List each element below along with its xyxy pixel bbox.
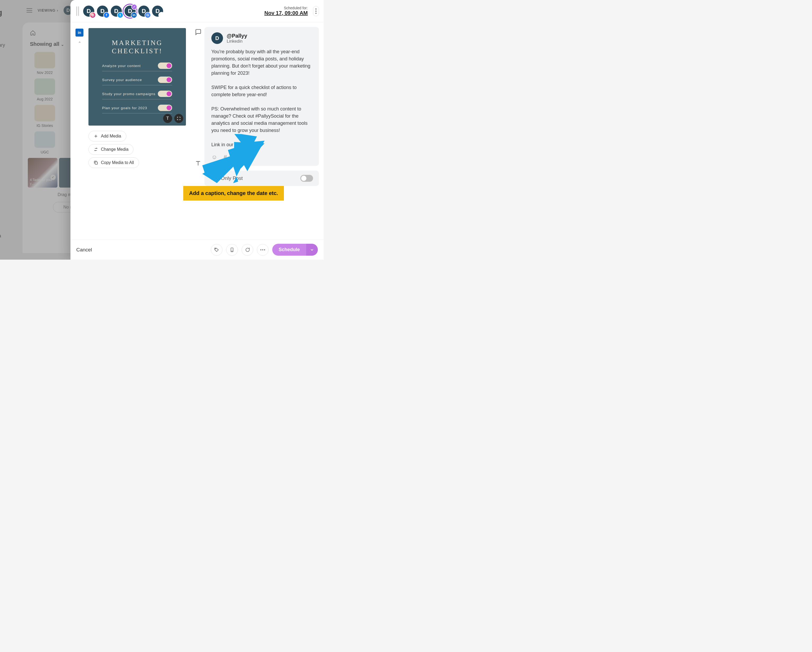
checklist-toggle xyxy=(158,63,172,69)
account-handle: @Pallyy xyxy=(227,33,247,39)
account-facebook[interactable]: Df xyxy=(96,5,109,18)
home-icon xyxy=(30,30,36,36)
schedule-button[interactable]: Schedule xyxy=(272,244,318,256)
facebook-icon: f xyxy=(103,12,110,18)
account-instagram[interactable]: D◎ xyxy=(82,5,95,18)
twitter-icon: t xyxy=(117,12,124,18)
checklist-row: Study your promo campaigns xyxy=(102,91,172,99)
compose-modal: D◎DfDtD✓inDGD♪ Scheduled for: Nov 17, 09… xyxy=(70,0,324,260)
media-thumbnail: ✓ 4 Tasks for your y… xyxy=(28,158,58,188)
hamburger-icon xyxy=(26,8,32,12)
checklist-row: Survey your audience xyxy=(102,76,172,85)
library-folder: Aug 2022 xyxy=(29,78,61,101)
bg-page-title-fragment: g xyxy=(0,8,2,17)
modal-footer: Cancel Schedule xyxy=(70,240,324,260)
folder-label: Nov 2022 xyxy=(29,70,61,75)
account-twitter[interactable]: Dt xyxy=(110,5,123,18)
svg-point-3 xyxy=(232,251,232,252)
copy-media-button[interactable]: Copy Media to All xyxy=(89,157,139,168)
checklist-text: Survey your audience xyxy=(102,78,142,82)
more-menu-button[interactable] xyxy=(313,6,319,16)
change-media-button[interactable]: Change Media xyxy=(89,144,133,155)
linkedin-indicator-icon[interactable]: in xyxy=(75,29,84,37)
account-linkedin[interactable]: D✓in xyxy=(124,5,137,18)
more-button[interactable] xyxy=(257,244,269,256)
checklist-toggle xyxy=(158,76,172,83)
add-media-button[interactable]: Add Media xyxy=(89,131,126,142)
fullscreen-button[interactable] xyxy=(174,114,183,123)
checklist-toggle xyxy=(158,105,172,111)
avatar: D xyxy=(211,32,223,44)
folder-label: Aug 2022 xyxy=(29,97,61,101)
svg-rect-0 xyxy=(95,162,98,164)
scheduled-datetime[interactable]: Nov 17, 09:00 AM xyxy=(264,10,308,16)
bg-clipped-text-1: ary xyxy=(0,43,5,48)
library-folder: IG Stories xyxy=(29,105,61,128)
linkedin-icon: in xyxy=(131,12,137,18)
annotation-arrow xyxy=(202,134,266,187)
checklist-text: Plan your goals for 2023 xyxy=(102,106,147,110)
folder-label: UGC xyxy=(29,150,61,154)
svg-marker-6 xyxy=(202,140,264,183)
svg-point-1 xyxy=(215,248,216,249)
chat-button[interactable] xyxy=(241,244,253,256)
scheduled-block[interactable]: Scheduled for: Nov 17, 09:00 AM xyxy=(264,6,308,16)
library-folder: UGC xyxy=(29,131,61,154)
comment-icon[interactable] xyxy=(195,29,201,35)
check-icon: ✓ xyxy=(50,174,56,180)
thumb-caption: 4 Tasks for your y… xyxy=(30,178,58,185)
mobile-preview-button[interactable] xyxy=(226,244,238,256)
scheduled-label: Scheduled for: xyxy=(264,6,308,10)
media-title-line2: CHECKLIST! xyxy=(112,47,163,55)
tiktok-icon: ♪ xyxy=(159,12,165,18)
checklist-row: Plan your goals for 2023 xyxy=(102,105,172,113)
cancel-button[interactable]: Cancel xyxy=(76,247,92,253)
folder-icon xyxy=(34,78,55,95)
network-label: Linkedin xyxy=(227,39,247,44)
viewing-label: VIEWING › xyxy=(38,8,58,12)
checklist-text: Analyze your content xyxy=(102,64,141,68)
checklist-toggle xyxy=(158,91,172,97)
library-folder: Nov 2022 xyxy=(29,52,61,75)
folder-icon xyxy=(34,105,55,121)
folder-icon xyxy=(34,52,55,68)
media-title-line1: MARKETING xyxy=(112,39,163,47)
checklist-row: Analyze your content xyxy=(102,63,172,71)
text-icon[interactable] xyxy=(195,160,201,167)
chevron-up-icon[interactable]: ⌃ xyxy=(78,41,81,46)
schedule-dropdown[interactable] xyxy=(306,244,318,256)
folder-label: IG Stories xyxy=(29,124,61,128)
modal-topbar: D◎DfDtD✓inDGD♪ Scheduled for: Nov 17, 09… xyxy=(70,0,324,22)
account-google[interactable]: DG xyxy=(137,5,150,18)
text-only-toggle[interactable] xyxy=(300,175,313,182)
media-preview[interactable]: MARKETING CHECKLIST! Analyze your conten… xyxy=(89,28,186,125)
instagram-icon: ◎ xyxy=(90,12,96,18)
drag-handle-icon[interactable] xyxy=(75,6,80,16)
google-icon: G xyxy=(145,12,151,18)
check-icon: ✓ xyxy=(131,4,137,10)
alt-text-button[interactable]: T xyxy=(163,114,172,123)
bg-clipped-text-2: a xyxy=(0,233,1,239)
checklist-text: Study your promo campaigns xyxy=(102,92,156,96)
account-tiktok[interactable]: D♪ xyxy=(151,5,164,18)
annotation-callout: Add a caption, change the date etc. xyxy=(183,186,284,200)
folder-icon xyxy=(34,131,55,148)
caption-text[interactable]: You're probably busy with all the year-e… xyxy=(211,48,312,148)
tag-button[interactable] xyxy=(211,244,223,256)
